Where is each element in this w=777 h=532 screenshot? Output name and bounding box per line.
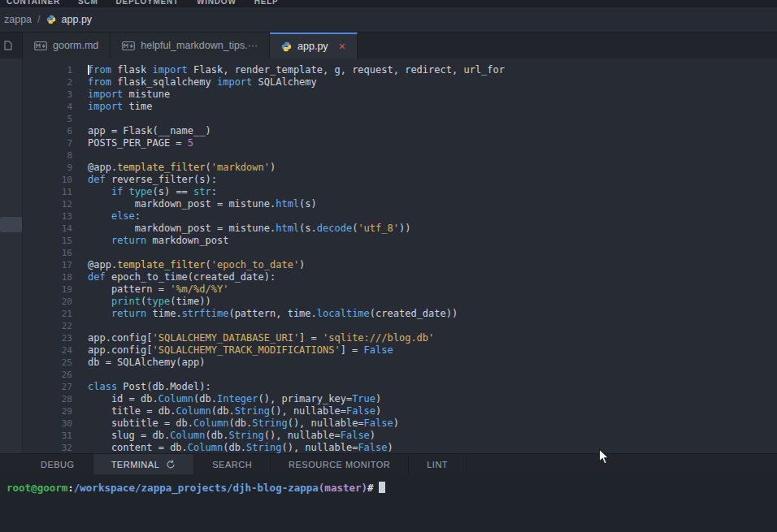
line-number[interactable]: 3	[23, 89, 78, 101]
line-number[interactable]: 31	[23, 430, 78, 442]
panel-tab-debug[interactable]: DEBUG	[23, 454, 93, 474]
code-line[interactable]: 14 markdown_post = mistune.html(s.decode…	[23, 223, 777, 235]
menu-item-container[interactable]: CONTAINER	[7, 0, 60, 6]
breadcrumb-project[interactable]: zappa	[4, 14, 32, 25]
tab-helpful-markdown-tips[interactable]: helpful_markdown_tips.···	[111, 32, 270, 58]
menu-item-deployment[interactable]: DEPLOYMENT	[116, 0, 179, 6]
line-number[interactable]: 9	[23, 162, 78, 174]
code-line[interactable]: 23app.config['SQLALCHEMY_DATABASE_URI'] …	[23, 332, 777, 344]
line-content: slug = db.Column(db.String(), nullable=F…	[78, 430, 375, 442]
code-token	[88, 235, 111, 246]
line-number[interactable]: 7	[23, 137, 78, 149]
code-line[interactable]: 5	[23, 113, 777, 125]
code-line[interactable]: 10def reverse_filter(s):	[23, 174, 777, 186]
line-number[interactable]: 30	[23, 417, 78, 430]
line-number[interactable]: 5	[23, 113, 78, 125]
code-line[interactable]: 13 else:	[23, 210, 777, 223]
tab-goorm-md[interactable]: goorm.md	[23, 32, 111, 58]
tab-label: app.py	[297, 41, 328, 52]
code-line[interactable]: 1from flask import Flask, render_templat…	[23, 64, 777, 76]
code-line[interactable]: 31 slug = db.Column(db.String(), nullabl…	[23, 430, 777, 442]
tab-app-py[interactable]: app.py×	[270, 32, 358, 58]
line-number[interactable]: 26	[23, 369, 78, 381]
code-line[interactable]: 18def epoch_to_time(created_date):	[23, 271, 777, 283]
prompt-segment: #	[367, 482, 374, 494]
mouse-cursor	[598, 448, 610, 465]
code-line[interactable]: 12 markdown_post = mistune.html(s)	[23, 198, 777, 210]
panel-tab-resource-monitor[interactable]: RESOURCE MONITOR	[271, 454, 409, 474]
code-line[interactable]: 25db = SQLAlchemy(app)	[23, 357, 777, 369]
code-line[interactable]: 29 title = db.Column(db.String(), nullab…	[23, 405, 777, 417]
code-line[interactable]: 6app = Flask(__name__)	[23, 125, 777, 137]
menu-item-help[interactable]: HELP	[254, 0, 279, 6]
code-line[interactable]: 26	[23, 369, 777, 381]
line-number[interactable]: 29	[23, 405, 78, 417]
line-number[interactable]: 1	[23, 64, 78, 76]
line-number[interactable]: 23	[23, 332, 78, 344]
code-line[interactable]: 19 pattern = '%m/%d/%Y'	[23, 283, 777, 296]
code-token: (db.	[193, 393, 217, 404]
line-number[interactable]: 13	[23, 210, 78, 223]
line-number[interactable]: 6	[23, 125, 78, 137]
refresh-icon[interactable]	[166, 460, 176, 469]
code-line[interactable]: 2from flask_sqlalchemy import SQLAlchemy	[23, 76, 777, 89]
code-line[interactable]: 24app.config['SQLALCHEMY_TRACK_MODIFICAT…	[23, 344, 777, 357]
line-number[interactable]: 32	[23, 442, 78, 453]
code-line[interactable]: 17@app.template_filter('epoch_to_date')	[23, 259, 777, 271]
code-line[interactable]: 3import mistune	[23, 89, 777, 101]
editor[interactable]: 1from flask import Flask, render_templat…	[0, 58, 777, 453]
tab-stub[interactable]	[0, 32, 23, 58]
code-line[interactable]: 32 content = db.Column(db.String(), null…	[23, 442, 777, 453]
code-line[interactable]: 20 print(type(time))	[23, 296, 777, 308]
code-line[interactable]: 7POSTS_PER_PAGE = 5	[23, 137, 777, 149]
line-number[interactable]: 11	[23, 186, 78, 198]
code-line[interactable]: 27class Post(db.Model):	[23, 381, 777, 393]
code-line[interactable]: 22	[23, 320, 777, 332]
line-number[interactable]: 27	[23, 381, 78, 393]
breadcrumb-file[interactable]: app.py	[62, 14, 93, 25]
code-line[interactable]: 4import time	[23, 101, 777, 113]
code-token: (), nullable=	[281, 442, 358, 453]
code-line[interactable]: 16	[23, 247, 777, 259]
line-number[interactable]: 17	[23, 259, 78, 271]
panel-tab-search[interactable]: SEARCH	[194, 454, 271, 474]
line-number[interactable]: 2	[23, 76, 78, 89]
line-number[interactable]: 10	[23, 174, 78, 186]
line-number[interactable]: 16	[23, 247, 78, 259]
line-number[interactable]: 21	[23, 308, 78, 320]
code-line[interactable]: 30 subtitle = db.Column(db.String(), nul…	[23, 417, 777, 430]
code-line[interactable]: 8	[23, 149, 777, 162]
line-number[interactable]: 14	[23, 223, 78, 235]
code-area[interactable]: 1from flask import Flask, render_templat…	[23, 58, 777, 453]
line-number[interactable]: 24	[23, 344, 78, 357]
terminal[interactable]: root@goorm:/workspace/zappa_projects/djh…	[0, 474, 777, 532]
code-token: else	[111, 210, 135, 222]
line-content: id = db.Column(db.Integer(), primary_key…	[78, 393, 381, 405]
code-token: Column	[170, 430, 205, 441]
line-number[interactable]: 25	[23, 357, 78, 369]
line-number[interactable]: 20	[23, 296, 78, 308]
code-line[interactable]: 9@app.template_filter('markdown')	[23, 162, 777, 174]
line-number[interactable]: 12	[23, 198, 78, 210]
code-line[interactable]: 21 return time.strftime(pattern, time.lo…	[23, 308, 777, 320]
menu-item-window[interactable]: WINDOW	[197, 0, 237, 6]
close-icon[interactable]: ×	[339, 41, 345, 52]
rail-chip[interactable]	[0, 217, 22, 232]
line-number[interactable]: 8	[23, 149, 78, 162]
line-number[interactable]: 28	[23, 393, 78, 405]
code-line[interactable]: 11 if type(s) == str:	[23, 186, 777, 198]
code-line[interactable]: 15 return markdown_post	[23, 235, 777, 247]
line-number[interactable]: 19	[23, 283, 78, 296]
line-number[interactable]: 15	[23, 235, 78, 247]
code-token: flask	[111, 64, 153, 76]
panel-tab-terminal[interactable]: TERMINAL	[93, 454, 195, 474]
terminal-prompt-segments: root@goorm:/workspace/zappa_projects/djh…	[7, 482, 374, 494]
code-token: String	[235, 405, 270, 417]
code-line[interactable]: 28 id = db.Column(db.Integer(), primary_…	[23, 393, 777, 405]
line-number[interactable]: 4	[23, 101, 78, 113]
line-number[interactable]: 22	[23, 320, 78, 332]
line-content: markdown_post = mistune.html(s)	[78, 198, 317, 210]
menu-item-scm[interactable]: SCM	[78, 0, 98, 6]
line-number[interactable]: 18	[23, 271, 78, 283]
panel-tab-lint[interactable]: LINT	[409, 454, 467, 474]
